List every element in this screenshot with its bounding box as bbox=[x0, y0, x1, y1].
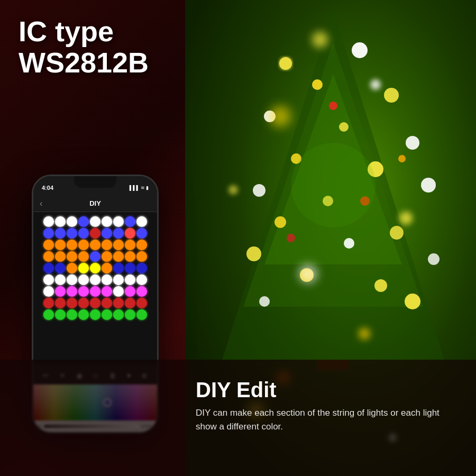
status-time: 4:04 bbox=[42, 185, 53, 191]
led-dot[interactable] bbox=[136, 251, 147, 262]
led-dot[interactable] bbox=[67, 216, 77, 227]
led-dot[interactable] bbox=[136, 216, 147, 227]
led-dot[interactable] bbox=[67, 274, 77, 285]
led-dot[interactable] bbox=[43, 240, 54, 250]
ic-type-heading: IC type WS2812B bbox=[19, 16, 149, 79]
led-dot[interactable] bbox=[125, 309, 135, 320]
led-dot[interactable] bbox=[55, 309, 66, 320]
led-dot[interactable] bbox=[55, 263, 66, 273]
led-dot[interactable] bbox=[78, 298, 89, 308]
led-dot[interactable] bbox=[67, 240, 77, 250]
led-dot[interactable] bbox=[43, 274, 54, 285]
led-dot[interactable] bbox=[43, 309, 54, 320]
led-dot[interactable] bbox=[136, 286, 147, 297]
led-dot[interactable] bbox=[67, 251, 77, 262]
led-dot[interactable] bbox=[136, 309, 147, 320]
led-dot[interactable] bbox=[78, 216, 89, 227]
led-dot[interactable] bbox=[43, 216, 54, 227]
led-dot[interactable] bbox=[125, 216, 135, 227]
led-dot[interactable] bbox=[125, 274, 135, 285]
led-dot[interactable] bbox=[136, 263, 147, 273]
led-dot[interactable] bbox=[43, 298, 54, 308]
led-dot[interactable] bbox=[90, 251, 100, 262]
led-dot[interactable] bbox=[43, 251, 54, 262]
led-dot[interactable] bbox=[90, 274, 100, 285]
led-dot[interactable] bbox=[102, 228, 112, 239]
diy-edit-description: DIY can make each section of the string … bbox=[196, 406, 460, 434]
led-dot[interactable] bbox=[102, 263, 112, 273]
led-dot[interactable] bbox=[113, 274, 124, 285]
led-dot[interactable] bbox=[102, 216, 112, 227]
led-dot[interactable] bbox=[67, 286, 77, 297]
led-dot[interactable] bbox=[55, 251, 66, 262]
battery-icon: ▮ bbox=[146, 185, 149, 190]
led-dot[interactable] bbox=[78, 309, 89, 320]
led-row bbox=[36, 228, 154, 239]
led-dot[interactable] bbox=[55, 240, 66, 250]
led-dot[interactable] bbox=[125, 240, 135, 250]
led-dot[interactable] bbox=[43, 286, 54, 297]
led-dot[interactable] bbox=[102, 309, 112, 320]
led-dot[interactable] bbox=[136, 228, 147, 239]
led-row bbox=[36, 309, 154, 320]
led-dot[interactable] bbox=[102, 251, 112, 262]
led-row bbox=[36, 240, 154, 250]
led-dot[interactable] bbox=[125, 286, 135, 297]
ic-type-label: IC type bbox=[19, 16, 149, 47]
led-dot[interactable] bbox=[67, 228, 77, 239]
led-row bbox=[36, 263, 154, 273]
led-dot[interactable] bbox=[55, 274, 66, 285]
led-row bbox=[36, 274, 154, 285]
led-dot[interactable] bbox=[67, 298, 77, 308]
led-dot[interactable] bbox=[78, 263, 89, 273]
led-dot[interactable] bbox=[90, 228, 100, 239]
led-dot[interactable] bbox=[102, 286, 112, 297]
led-dot[interactable] bbox=[78, 251, 89, 262]
diy-edit-title: DIY Edit bbox=[196, 378, 460, 402]
led-dot[interactable] bbox=[113, 263, 124, 273]
led-dot[interactable] bbox=[78, 228, 89, 239]
led-dot[interactable] bbox=[67, 309, 77, 320]
led-dot[interactable] bbox=[113, 298, 124, 308]
led-dot[interactable] bbox=[113, 228, 124, 239]
led-dot[interactable] bbox=[113, 240, 124, 250]
led-dot[interactable] bbox=[125, 228, 135, 239]
diy-edit-section: DIY Edit DIY can make each section of th… bbox=[180, 365, 476, 476]
led-dot[interactable] bbox=[136, 240, 147, 250]
led-dot[interactable] bbox=[55, 286, 66, 297]
led-dot[interactable] bbox=[113, 216, 124, 227]
led-dot[interactable] bbox=[55, 298, 66, 308]
led-dot[interactable] bbox=[125, 251, 135, 262]
led-dot[interactable] bbox=[55, 228, 66, 239]
led-dot[interactable] bbox=[90, 286, 100, 297]
wifi-icon: ≋ bbox=[141, 185, 145, 190]
led-dot[interactable] bbox=[55, 216, 66, 227]
led-dot[interactable] bbox=[136, 274, 147, 285]
led-dot[interactable] bbox=[102, 298, 112, 308]
led-dot[interactable] bbox=[113, 251, 124, 262]
led-dot[interactable] bbox=[136, 298, 147, 308]
led-dot[interactable] bbox=[67, 263, 77, 273]
led-dot[interactable] bbox=[90, 216, 100, 227]
back-button[interactable]: ‹ bbox=[40, 199, 42, 208]
led-dot[interactable] bbox=[43, 263, 54, 273]
led-dot[interactable] bbox=[78, 274, 89, 285]
led-dot[interactable] bbox=[102, 274, 112, 285]
status-icons: ▌▌▌ ≋ ▮ bbox=[130, 185, 149, 190]
led-dot[interactable] bbox=[90, 298, 100, 308]
signal-icon: ▌▌▌ bbox=[130, 185, 140, 190]
led-dot[interactable] bbox=[113, 286, 124, 297]
led-dot[interactable] bbox=[43, 228, 54, 239]
nav-title: DIY bbox=[89, 199, 101, 207]
led-row bbox=[36, 216, 154, 227]
led-dot[interactable] bbox=[90, 309, 100, 320]
led-dot[interactable] bbox=[125, 263, 135, 273]
led-dot[interactable] bbox=[90, 263, 100, 273]
led-dot[interactable] bbox=[102, 240, 112, 250]
led-dot[interactable] bbox=[90, 240, 100, 250]
led-dot[interactable] bbox=[78, 286, 89, 297]
phone-notch bbox=[74, 176, 116, 188]
led-dot[interactable] bbox=[113, 309, 124, 320]
led-dot[interactable] bbox=[78, 240, 89, 250]
led-dot[interactable] bbox=[125, 298, 135, 308]
